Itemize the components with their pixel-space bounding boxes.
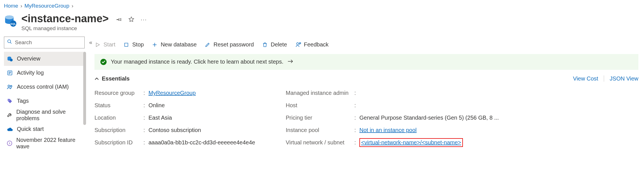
chevron-right-icon: › [21, 3, 22, 9]
chevron-right-icon: › [71, 3, 73, 9]
svg-point-4 [8, 40, 11, 43]
svg-point-14 [8, 100, 9, 100]
pricing-label: Pricing tier [286, 115, 354, 121]
ready-notification[interactable]: Your managed instance is ready. Click he… [94, 54, 638, 70]
sidebar-item-label: November 2022 feature wave [16, 137, 82, 150]
svg-point-12 [8, 85, 10, 87]
collapse-sidebar-icon[interactable]: « [89, 39, 92, 46]
view-cost-link[interactable]: View Cost [573, 75, 598, 82]
activity-log-icon [7, 70, 13, 76]
more-icon[interactable]: ··· [140, 16, 147, 23]
check-circle-icon [100, 59, 107, 65]
start-button: Start [94, 41, 115, 48]
sidebar-item-label: Activity log [17, 70, 44, 76]
subscription-value: Contoso subscription [148, 127, 201, 133]
breadcrumb: Home › MyResourceGroup › [0, 0, 644, 13]
pin-icon[interactable] [115, 16, 123, 23]
subscription-label: Subscription [94, 127, 143, 133]
resource-group-label: Resource group [94, 90, 143, 96]
compass-icon [7, 140, 12, 146]
arrow-right-icon [287, 59, 294, 65]
sidebar-item-label: Tags [17, 98, 29, 104]
notification-text: Your managed instance is ready. Click he… [111, 59, 283, 65]
divider [604, 75, 604, 82]
sql-instance-icon [7, 56, 13, 62]
toolbar-label: Feedback [304, 41, 329, 48]
sidebar-item-activity-log[interactable]: Activity log [4, 66, 84, 80]
svg-point-13 [10, 85, 12, 87]
vnet-link[interactable]: <virtual-network-name>/<subnet-name> [361, 139, 461, 146]
toolbar-label: Stop [132, 41, 144, 48]
sidebar-search[interactable] [4, 37, 85, 48]
reset-password-button[interactable]: Reset password [204, 41, 254, 48]
trash-icon [262, 42, 268, 48]
play-icon [94, 42, 101, 48]
subscription-id-label: Subscription ID [94, 139, 143, 146]
chevron-up-icon [94, 75, 99, 82]
tag-icon [7, 98, 13, 104]
sidebar-menu: Overview Activity log Access control (IA… [4, 52, 84, 150]
star-icon[interactable] [128, 16, 135, 23]
essentials-toggle[interactable]: Essentials [94, 75, 130, 82]
instance-pool-label: Instance pool [286, 127, 354, 133]
sidebar-item-access-control[interactable]: Access control (IAM) [4, 80, 84, 94]
feedback-icon [295, 42, 301, 48]
breadcrumb-resource-group[interactable]: MyResourceGroup [24, 3, 69, 9]
sidebar-item-quick-start[interactable]: Quick start [4, 122, 84, 136]
main-content: Start Stop New database Reset password [87, 37, 644, 150]
stop-icon [123, 42, 129, 48]
subscription-id-value: aaaa0a0a-bb1b-cc2c-dd3d-eeeeee4e4e4e [148, 139, 255, 146]
toolbar-label: Start [103, 41, 115, 48]
toolbar-label: New database [161, 41, 197, 48]
pencil-icon [204, 42, 211, 48]
status-value: Online [148, 102, 165, 109]
host-label: Host [286, 102, 354, 109]
sidebar-item-tags[interactable]: Tags [4, 94, 84, 108]
toolbar-label: Reset password [213, 41, 254, 48]
breadcrumb-home[interactable]: Home [4, 3, 18, 9]
sidebar-item-label: Access control (IAM) [17, 84, 69, 90]
svg-point-7 [10, 59, 13, 61]
cloud-icon [7, 126, 13, 132]
plus-icon [152, 42, 158, 48]
location-label: Location [94, 115, 143, 121]
svg-rect-16 [125, 43, 128, 46]
sidebar-item-label: Diagnose and solve problems [16, 109, 82, 122]
essentials-grid: Resource group : MyResourceGroup Status … [94, 87, 638, 149]
instance-pool-link[interactable]: Not in an instance pool [359, 127, 416, 133]
sidebar: « Overview Activity log Access control (… [0, 37, 87, 150]
search-icon [7, 39, 12, 46]
svg-point-19 [296, 42, 298, 44]
page-header: SQL <instance-name> SQL managed instance… [0, 13, 644, 37]
pricing-value: General Purpose Standard-series (Gen 5) … [359, 115, 499, 121]
json-view-link[interactable]: JSON View [610, 75, 638, 82]
resource-type-label: SQL managed instance [21, 25, 109, 32]
status-label: Status [94, 102, 143, 109]
location-value: East Asia [148, 115, 172, 121]
page-title: <instance-name> [21, 13, 109, 25]
scrollbar-thumb[interactable] [83, 52, 86, 125]
svg-point-1 [5, 15, 13, 19]
sidebar-item-label: Quick start [17, 126, 44, 132]
svg-line-5 [10, 42, 12, 44]
wrench-icon [7, 112, 12, 118]
essentials-heading: Essentials [102, 75, 130, 82]
delete-button[interactable]: Delete [262, 41, 287, 48]
feedback-button[interactable]: Feedback [295, 41, 329, 48]
search-input[interactable] [15, 39, 82, 46]
toolbar-label: Delete [271, 41, 287, 48]
vnet-highlight: <virtual-network-name>/<subnet-name> [359, 138, 463, 147]
new-database-button[interactable]: New database [152, 41, 197, 48]
svg-text:SQL: SQL [10, 22, 16, 25]
vnet-label: Virtual network / subnet [286, 139, 354, 146]
admin-label: Managed instance admin [286, 90, 354, 96]
sidebar-item-label: Overview [17, 55, 40, 62]
stop-button[interactable]: Stop [123, 41, 144, 48]
people-icon [7, 84, 13, 90]
sidebar-item-diagnose[interactable]: Diagnose and solve problems [4, 108, 84, 122]
sidebar-item-feature-wave[interactable]: November 2022 feature wave [4, 136, 84, 150]
sidebar-item-overview[interactable]: Overview [4, 52, 84, 66]
command-bar: Start Stop New database Reset password [94, 37, 638, 53]
resource-group-link[interactable]: MyResourceGroup [148, 90, 196, 96]
sql-managed-instance-icon: SQL [4, 15, 16, 27]
